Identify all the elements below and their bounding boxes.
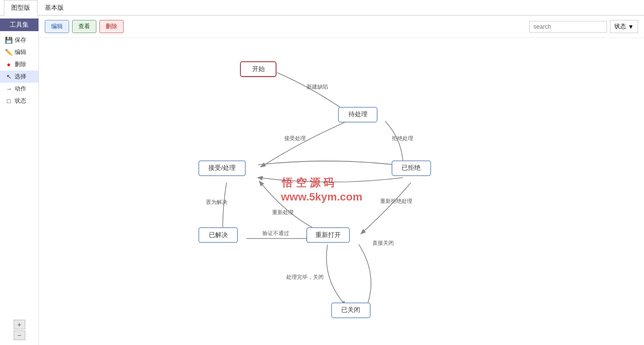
- edge-reopen-closed-process: [327, 244, 346, 305]
- main-area: 工具集 💾 保存 ✏️ 编辑 ● 删除 ↖ 选择 → 动作 □ 状态 + −: [0, 16, 644, 345]
- edge-pending-accepted: [261, 121, 348, 167]
- edge-label-accepted-resolved: 置为解决: [206, 199, 227, 205]
- sidebar-item-save[interactable]: 💾 保存: [0, 34, 38, 46]
- node-pending-label: 待处理: [349, 110, 368, 118]
- edge-label-pending-rejected: 拒绝处理: [391, 135, 413, 141]
- sidebar-item-delete-label: 删除: [15, 60, 26, 69]
- flow-diagram: 新建缺陷 接受处理 拒绝处理 置为解决 重新处理 重新拒绝处理 验证不通过: [39, 38, 644, 345]
- zoom-out-button[interactable]: −: [14, 330, 25, 340]
- zoom-controls: + −: [14, 320, 25, 340]
- node-start-label: 开始: [252, 65, 265, 73]
- sidebar-item-status[interactable]: □ 状态: [0, 95, 38, 107]
- sidebar-title: 工具集: [0, 18, 38, 31]
- top-tab-bar: 图型版 基本版: [0, 0, 644, 16]
- edge-accepted-rejected: [258, 161, 403, 166]
- zoom-in-button[interactable]: +: [14, 320, 25, 329]
- sidebar-item-status-label: 状态: [15, 97, 26, 105]
- edge-start-pending: [277, 73, 348, 112]
- sidebar-item-select[interactable]: ↖ 选择: [0, 71, 38, 83]
- delete-button[interactable]: 删除: [99, 20, 124, 33]
- node-reopen-label: 重新打开: [315, 231, 341, 238]
- edge-label-pending-accepted: 接受处理: [284, 135, 306, 141]
- edge-label-process-close: 处理完毕，关闭: [286, 274, 324, 280]
- dropdown-arrow-icon: ▼: [628, 23, 634, 30]
- sidebar: 工具集 💾 保存 ✏️ 编辑 ● 删除 ↖ 选择 → 动作 □ 状态 + −: [0, 16, 39, 345]
- node-accepted-label: 接受/处理: [208, 164, 236, 171]
- status-dropdown[interactable]: 状态 ▼: [610, 20, 638, 33]
- sidebar-item-select-label: 选择: [15, 73, 26, 81]
- sidebar-item-edit[interactable]: ✏️ 编辑: [0, 46, 38, 58]
- action-icon: →: [5, 85, 13, 93]
- sidebar-item-action[interactable]: → 动作: [0, 83, 38, 95]
- watermark-url: www.5kym.com: [280, 191, 362, 203]
- save-icon: 💾: [5, 36, 13, 44]
- sidebar-item-action-label: 动作: [15, 85, 26, 93]
- search-input[interactable]: [529, 21, 607, 33]
- sidebar-item-save-label: 保存: [15, 36, 26, 44]
- sidebar-item-delete[interactable]: ● 删除: [0, 58, 38, 71]
- edge-label-rejected-reopen: 重新拒绝处理: [380, 198, 412, 204]
- sidebar-item-edit-label: 编辑: [15, 48, 26, 56]
- tab-basic[interactable]: 基本版: [37, 0, 71, 16]
- select-icon: ↖: [5, 73, 13, 81]
- edge-label-start-pending: 新建缺陷: [307, 84, 328, 90]
- edge-accepted-resolved: [222, 182, 226, 234]
- node-resolved-label: 已解决: [209, 231, 228, 238]
- edit-icon: ✏️: [5, 49, 13, 56]
- edge-reopen-closed-direct: [359, 244, 371, 308]
- edge-label-reopen-accepted: 重新处理: [272, 209, 294, 215]
- edit-button[interactable]: 编辑: [45, 20, 69, 33]
- watermark-text: 悟 空 源 码: [281, 177, 334, 189]
- node-rejected-label: 已拒绝: [402, 164, 421, 171]
- edge-label-direct-close: 直接关闭: [372, 240, 394, 246]
- view-button[interactable]: 查看: [72, 20, 96, 33]
- canvas-toolbar: 编辑 查看 删除 状态 ▼: [39, 16, 644, 38]
- delete-icon: ●: [5, 61, 13, 69]
- edge-rejected-reopen: [361, 182, 411, 234]
- status-icon: □: [5, 97, 13, 105]
- search-area: 状态 ▼: [529, 20, 638, 33]
- edge-pending-rejected: [385, 121, 403, 167]
- tab-graph[interactable]: 图型版: [4, 0, 37, 16]
- canvas-area: 编辑 查看 删除 状态 ▼ 新建缺陷: [39, 16, 644, 345]
- edge-label-resolved-reopen: 验证不通过: [262, 230, 289, 236]
- status-dropdown-label: 状态: [614, 22, 626, 31]
- node-closed-label: 已关闭: [341, 306, 360, 313]
